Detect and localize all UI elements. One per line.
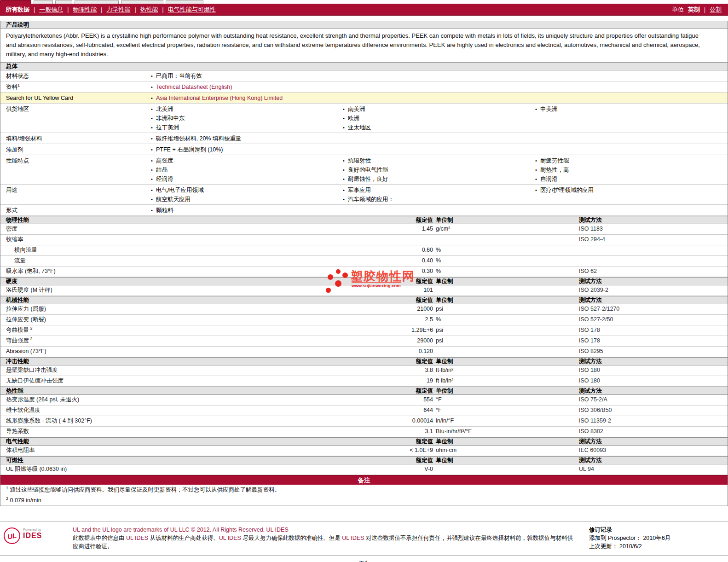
ad-placeholder: <广告> xyxy=(0,559,728,562)
ul-ides-link[interactable]: UL IDES xyxy=(342,535,364,541)
general-row: 性能特点•高强度•结晶•经润滑•抗辐射性•良好的电气性能•耐磨蚀性，良好•耐疲劳… xyxy=(0,155,728,185)
browser-tab[interactable] xyxy=(34,0,53,4)
column-header-unit: 单位制 xyxy=(433,296,577,304)
row-label: 资料1 xyxy=(0,82,148,92)
bullet-item: •经润滑 xyxy=(148,174,340,184)
property-label: 导热系数 xyxy=(0,427,392,437)
row-label: 性能特点 xyxy=(0,156,148,184)
separator: | xyxy=(67,6,69,13)
bullet-item: •自润滑 xyxy=(532,174,728,184)
value-text: 颗粒料 xyxy=(156,206,173,215)
bullet-icon: • xyxy=(148,156,156,165)
bullet-icon: • xyxy=(340,104,348,114)
disclaimer-segment: 从该材料的生产商处获得。 xyxy=(148,535,219,541)
bullet-icon: • xyxy=(148,185,156,195)
revision-updated: 上次更新： 2010/6/2 xyxy=(589,542,723,550)
browser-tab[interactable] xyxy=(75,0,119,4)
column-header-test: 测试方法 xyxy=(577,278,728,285)
property-unit xyxy=(433,347,577,357)
bullet-icon: • xyxy=(532,174,540,184)
property-unit: g/cm³ xyxy=(433,224,577,234)
browser-tab-active[interactable] xyxy=(0,0,31,4)
general-row: 添加剂•PTFE + 石墨润滑剂 (10%) xyxy=(0,144,728,155)
property-row: 维卡软化温度644°FISO 306/B50 xyxy=(0,406,728,416)
property-value: < 1.0E+9 xyxy=(392,446,433,456)
general-row: 材料状态•已商用：当前有效 xyxy=(0,70,728,81)
browser-tab[interactable] xyxy=(121,0,163,4)
property-unit: ft·lb/in² xyxy=(433,376,577,386)
row-values-col2: •抗辐射性•良好的电气性能•耐磨蚀性，良好 xyxy=(340,156,532,184)
property-value: 21000 xyxy=(392,304,433,314)
browser-tabstrip xyxy=(0,0,728,4)
property-value xyxy=(392,235,433,245)
bullet-item: •航空航天应用 xyxy=(148,195,340,204)
column-header-test: 测试方法 xyxy=(577,438,728,446)
property-test-method: ISO 75-2/A xyxy=(577,395,728,405)
row-values-col3 xyxy=(532,206,728,215)
property-value: 0.60 xyxy=(392,245,433,255)
column-header-value: 额定值 xyxy=(392,278,433,285)
ides-label: IDES xyxy=(23,532,42,540)
ul-ides-link[interactable]: UL IDES xyxy=(266,527,289,533)
bullet-item: •耐疲劳性能 xyxy=(532,156,728,165)
column-header-value: 额定值 xyxy=(392,387,433,395)
nav-tab[interactable]: 热性能 xyxy=(140,6,158,14)
property-unit: °F xyxy=(433,406,577,416)
ul-ides-link[interactable]: UL IDES xyxy=(126,535,148,541)
nav-tab[interactable]: 物理性能 xyxy=(73,6,97,14)
bullet-icon: • xyxy=(148,195,156,204)
property-label: 体积电阻率 xyxy=(0,446,392,456)
bullet-item: •亚太地区 xyxy=(340,123,532,132)
browser-tab[interactable] xyxy=(166,0,203,4)
ides-logo: Powered by IDES xyxy=(23,527,42,540)
property-value: 2.5 xyxy=(392,315,433,325)
section-header-general: 总体 xyxy=(0,62,728,70)
bullet-icon: • xyxy=(340,156,348,165)
property-value: V-0 xyxy=(392,464,433,475)
property-value: 0.30 xyxy=(392,267,433,277)
nav-tab[interactable]: 电气性能与可燃性 xyxy=(168,6,216,14)
disclaimer-text: 此数据表中的信息由 UL IDES 从该材料的生产商处获得。UL IDES 尽最… xyxy=(73,534,575,550)
row-values-col3: •医疗/护理领域的应用 xyxy=(532,185,728,204)
value-text: 航空航天应用 xyxy=(156,195,191,204)
property-test-method: ISO 178 xyxy=(577,325,728,336)
property-row: Abrasion (73°F)0.120ISO 8295 xyxy=(0,347,728,357)
bullet-item: •已商用：当前有效 xyxy=(148,71,340,81)
property-label: 洛氏硬度 (M 计秤) xyxy=(0,285,392,295)
value-text: 高强度 xyxy=(156,156,173,165)
footer-text: UL and the UL logo are trademarks of UL … xyxy=(73,526,589,550)
nav-tab[interactable]: 力学性能 xyxy=(106,6,130,14)
value-text: 中美洲 xyxy=(540,104,558,114)
property-unit: % xyxy=(433,256,577,266)
property-unit: % xyxy=(433,315,577,325)
section-title: 热性能 xyxy=(0,387,392,395)
unit-metric-link[interactable]: 公制 xyxy=(710,6,722,14)
property-test-method: ISO 294-4 xyxy=(577,235,728,245)
value-link[interactable]: Technical Datasheet (English) xyxy=(156,82,232,92)
bullet-item: •欧洲 xyxy=(340,114,532,123)
ul-ides-link[interactable]: UL IDES xyxy=(219,535,241,541)
browser-tab[interactable] xyxy=(55,0,72,4)
property-label: 热变形温度 (264 psi, 未退火) xyxy=(0,395,392,405)
bullet-item: •医疗/护理领域的应用 xyxy=(532,185,728,195)
nav-tab[interactable]: 一般信息 xyxy=(39,6,63,14)
unit-imperial-current[interactable]: 英制 xyxy=(688,6,700,14)
column-header-unit: 单位制 xyxy=(433,387,577,395)
revision-title: 修订记录 xyxy=(589,526,723,534)
row-values-col1: •Asia International Enterprise (Hong Kon… xyxy=(148,93,340,103)
column-header-unit: 单位制 xyxy=(433,216,577,224)
property-label: 横向流量 xyxy=(0,245,392,255)
bullet-item: •军事应用 xyxy=(340,185,532,195)
value-link[interactable]: Asia International Enterprise (Hong Kong… xyxy=(156,93,283,103)
property-row: 线形膨胀系数 - 流动 (-4 到 302°F)0.00014in/in/°FI… xyxy=(0,416,728,427)
property-test-method: ISO 2039-2 xyxy=(577,285,728,295)
separator: | xyxy=(101,6,102,13)
value-text: 亚太地区 xyxy=(348,123,371,132)
row-values-col1: •Technical Datasheet (English) xyxy=(148,82,340,92)
nav-tab-all-data-current[interactable]: 所有数据 xyxy=(6,6,29,14)
bullet-item: •汽车领域的应用： xyxy=(340,195,532,204)
row-label: 形式 xyxy=(0,206,148,215)
section-title: 硬度 xyxy=(0,278,392,285)
bullet-icon: • xyxy=(532,185,540,195)
value-text: 电气/电子应用领域 xyxy=(156,185,203,195)
